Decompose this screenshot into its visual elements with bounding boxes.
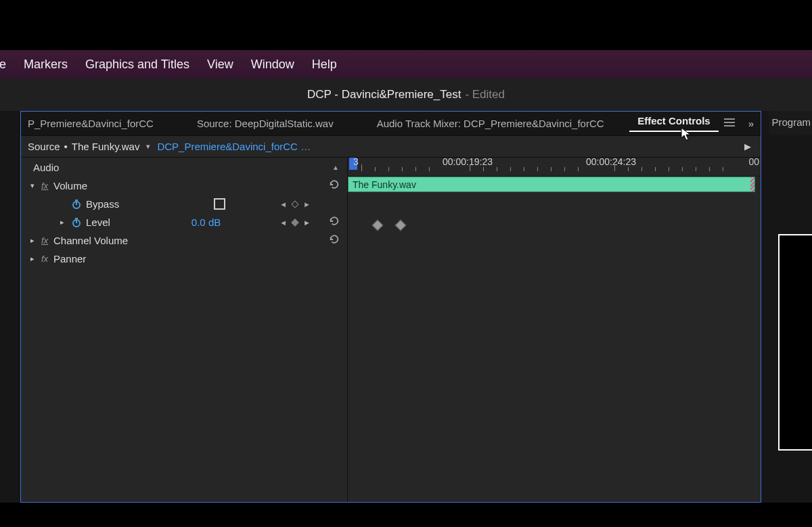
source-clip-name: The Funky.wav <box>72 141 140 152</box>
effect-panner[interactable]: ▸ fx Panner <box>21 250 347 268</box>
effect-channel-volume[interactable]: ▸ fx Channel Volume <box>21 231 347 250</box>
channel-volume-label: Channel Volume <box>53 235 128 246</box>
panner-label: Panner <box>53 253 86 265</box>
twisty-closed-icon[interactable]: ▸ <box>30 236 41 245</box>
time-ruler[interactable]: 3 00:00:19:23 00:00:24:23 00 <box>348 158 761 177</box>
fx-badge-icon[interactable]: fx <box>41 235 53 246</box>
panel-tab-strip: P_Premiere&Davinci_forCC Source: DeepDig… <box>21 112 761 136</box>
param-bypass: Bypass ◄ ► <box>21 195 347 213</box>
menu-item-help[interactable]: Help <box>312 58 337 72</box>
clip-end-marker <box>750 177 754 191</box>
ruler-time-2: 00:00:24:23 <box>586 158 636 167</box>
window-title-bar: DCP - Davinci&Premiere_Test - Edited <box>0 78 812 111</box>
prev-keyframe-icon[interactable]: ◄ <box>279 200 287 208</box>
source-dot: • <box>64 141 68 152</box>
effect-volume-label: Volume <box>53 180 87 191</box>
stopwatch-icon[interactable] <box>71 199 86 210</box>
menu-item-window[interactable]: Window <box>251 58 294 72</box>
keyframe-diamond[interactable] <box>372 220 384 231</box>
keyframe-diamond[interactable] <box>395 220 407 231</box>
twisty-closed-icon[interactable]: ▸ <box>60 218 71 227</box>
ruler-right-fragment: 00 <box>748 158 759 167</box>
param-level: ▸ Level 0.0 dB ◄ ► <box>21 213 347 231</box>
program-monitor-fragment <box>778 234 812 451</box>
reset-effect-icon[interactable] <box>328 234 340 247</box>
source-header-row: Source • The Funky.wav ▾ DCP_Premiere&Da… <box>21 136 761 158</box>
collapse-icon[interactable]: ▲ <box>332 164 339 171</box>
ruler-time-1: 00:00:19:23 <box>443 158 493 167</box>
effect-controls-panel: P_Premiere&Davinci_forCC Source: DeepDig… <box>20 111 761 503</box>
twisty-closed-icon[interactable]: ▸ <box>30 254 41 263</box>
source-prefix: Source <box>28 141 60 152</box>
project-title: DCP - Davinci&Premiere_Test <box>307 88 461 101</box>
effect-volume[interactable]: ▾ fx Volume <box>21 177 347 195</box>
level-value[interactable]: 0.0 dB <box>191 216 221 228</box>
tab-effect-controls[interactable]: Effect Controls <box>629 115 719 132</box>
level-label: Level <box>86 216 110 228</box>
twisty-open-icon[interactable]: ▾ <box>30 181 41 190</box>
bottom-black-bar <box>0 503 812 527</box>
tab-source-premiere[interactable]: P_Premiere&Davinci_forCC <box>20 118 162 129</box>
panel-menu-icon[interactable] <box>724 118 735 129</box>
tab-source-deepdigital[interactable]: Source: DeepDigitalStatic.wav <box>189 118 342 129</box>
source-dropdown-caret[interactable]: ▾ <box>146 142 150 151</box>
stopwatch-icon[interactable] <box>71 217 86 228</box>
project-edited-suffix: - Edited <box>465 88 505 101</box>
top-black-bar <box>0 0 812 50</box>
audio-section-header[interactable]: Audio ▲ <box>21 158 347 177</box>
play-icon[interactable]: ▶ <box>744 141 751 152</box>
next-keyframe-icon[interactable]: ► <box>303 200 311 208</box>
next-keyframe-icon[interactable]: ► <box>303 219 311 227</box>
workspace: P_Premiere&Davinci_forCC Source: DeepDig… <box>0 111 812 503</box>
menu-item-sequence[interactable]: ce <box>0 58 6 72</box>
keyframe-nav-bypass: ◄ ► <box>279 200 311 208</box>
keyframe-lane-level[interactable] <box>348 219 761 237</box>
audio-section-label: Audio <box>33 162 59 173</box>
menu-item-markers[interactable]: Markers <box>24 58 68 72</box>
fx-badge-icon[interactable]: fx <box>41 181 53 191</box>
ruler-left-fragment: 3 <box>353 158 359 167</box>
add-keyframe-icon[interactable] <box>291 219 298 226</box>
keyframe-nav-level: ◄ ► <box>279 219 311 227</box>
reset-param-icon[interactable] <box>328 216 340 229</box>
application-menu-bar: ce Markers Graphics and Titles View Wind… <box>0 50 812 78</box>
tab-program[interactable]: Program <box>769 111 812 135</box>
menu-item-view[interactable]: View <box>207 58 233 72</box>
clip-bar[interactable]: The Funky.wav <box>348 177 755 192</box>
effects-list: Audio ▲ ▾ fx Volume Bypass <box>21 158 348 502</box>
menu-item-graphics[interactable]: Graphics and Titles <box>85 58 189 72</box>
tab-overflow-icon[interactable]: » <box>748 118 754 129</box>
sequence-link[interactable]: DCP_Premiere&Davinci_forCC •… <box>157 141 313 152</box>
bypass-label: Bypass <box>86 198 119 210</box>
reset-effect-icon[interactable] <box>328 179 340 192</box>
clip-name: The Funky.wav <box>353 179 416 190</box>
fx-badge-icon: fx <box>41 254 53 264</box>
add-keyframe-icon[interactable] <box>291 200 298 208</box>
effect-timeline: 3 00:00:19:23 00:00:24:23 00 <box>348 158 761 502</box>
prev-keyframe-icon[interactable]: ◄ <box>279 219 287 227</box>
bypass-checkbox[interactable] <box>214 198 225 210</box>
tab-audio-track-mixer[interactable]: Audio Track Mixer: DCP_Premiere&Davinci_… <box>369 118 612 129</box>
